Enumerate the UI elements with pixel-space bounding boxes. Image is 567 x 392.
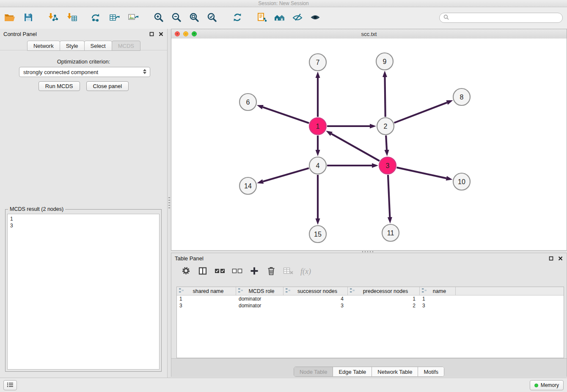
table-row[interactable]: 3 dominator 3 2 3 [177,302,564,309]
column-header-successor-nodes[interactable]: successor nodes [284,287,348,295]
zoom-selected-icon [207,12,217,24]
new-column-button[interactable] [249,265,259,278]
graph-node-8[interactable]: 8 [453,88,470,105]
panel-selector-button[interactable] [3,380,17,390]
column-header-predecessor-nodes[interactable]: predecessor nodes [348,287,420,295]
node-table: shared name MCDS role successor nodes pr… [176,287,564,358]
tab-network-table[interactable]: Network Table [372,367,418,376]
graph-node-6[interactable]: 6 [239,94,256,110]
export-image-icon [128,12,139,24]
graph-node-9[interactable]: 9 [376,53,393,70]
table-mode-button[interactable] [181,265,191,278]
svg-text:15: 15 [314,231,322,238]
list-icon [7,382,14,389]
export-table-button[interactable] [108,11,121,26]
first-neighbors-button[interactable] [273,11,286,26]
svg-text:11: 11 [387,229,394,237]
columns-icon [198,267,207,276]
save-floppy-icon [23,12,33,24]
delete-columns-button[interactable] [266,265,276,278]
column-header-shared-name[interactable]: shared name [177,287,236,295]
sort-icon [350,288,355,294]
tab-style[interactable]: Style [60,41,85,51]
table-toolbar: f(x) [171,262,567,280]
open-folder-icon [4,13,15,23]
zoom-out-icon [171,12,182,24]
close-panel-icon[interactable] [558,256,563,261]
tab-edge-table[interactable]: Edge Table [333,367,372,376]
tab-select[interactable]: Select [84,41,112,51]
graph-node-11[interactable]: 11 [382,224,399,241]
table-panel-title: Table Panel [175,255,204,262]
new-network-from-selection-button[interactable] [90,11,102,26]
graph-node-4[interactable]: 4 [309,157,326,174]
open-file-button[interactable] [3,11,16,26]
control-panel-header: Control Panel [0,29,167,39]
save-session-button[interactable] [22,11,35,26]
criterion-select[interactable]: strongly connected component [19,67,150,77]
tab-node-table[interactable]: Node Table [294,367,333,376]
close-panel-icon[interactable] [158,31,164,37]
minimize-window-icon[interactable]: − [183,31,188,36]
search-field[interactable] [439,13,563,23]
zoom-selected-button[interactable] [206,11,218,26]
graph-node-10[interactable]: 10 [453,173,470,190]
tab-network[interactable]: Network [27,41,60,51]
fx-icon: f(x) [300,267,311,276]
tab-mcds[interactable]: MCDS [112,41,140,51]
eye-icon [310,12,321,24]
sort-icon [238,288,243,294]
graph-node-15[interactable]: 15 [309,226,326,243]
graph-node-2[interactable]: 2 [377,118,394,135]
mcds-result-title: MCDS result (2 nodes) [8,206,65,212]
table-row[interactable]: 1 dominator 4 1 1 [177,295,564,302]
table-header-row: shared name MCDS role successor nodes pr… [177,287,564,295]
copy-document-icon [257,12,267,24]
select-stepper-icon [143,69,146,74]
network-window-titlebar[interactable]: scc.txt × − + [171,29,567,39]
copy-view-button[interactable] [256,11,268,26]
houses-icon [274,12,286,24]
deselect-all-button[interactable] [232,265,242,278]
toggle-columns-button[interactable] [198,265,208,278]
export-image-button[interactable] [127,11,140,26]
sort-icon [421,288,427,294]
float-panel-icon[interactable] [548,256,554,261]
column-header-name[interactable]: name [420,287,456,295]
show-hide-button[interactable] [309,11,322,26]
svg-text:2: 2 [384,123,388,130]
refresh-view-button[interactable] [231,11,244,26]
memory-button[interactable]: Memory [530,380,564,390]
close-window-icon[interactable]: × [175,31,180,36]
graph-node-3[interactable]: 3 [379,157,396,174]
control-panel-title: Control Panel [3,31,37,37]
float-panel-icon[interactable] [149,31,154,37]
zoom-in-button[interactable] [152,11,165,26]
mcds-result-list[interactable]: 1 3 [7,214,160,370]
mcds-result-item: 3 [8,222,159,229]
graph-node-7[interactable]: 7 [309,54,326,71]
zoom-window-icon[interactable]: + [192,31,197,36]
sort-icon [285,288,291,294]
search-input[interactable] [451,14,562,22]
graphics-details-button[interactable] [291,11,304,26]
column-header-mcds-role[interactable]: MCDS role [236,287,284,295]
select-all-button[interactable] [215,265,225,278]
delete-table-button [283,265,294,278]
svg-text:6: 6 [246,99,250,106]
network-graph-canvas[interactable]: 7968124314101511 [171,39,567,250]
vertical-splitter[interactable] [168,29,171,378]
import-network-button[interactable] [47,11,59,26]
close-panel-button[interactable]: Close panel [86,81,129,91]
svg-text:8: 8 [460,94,464,101]
import-table-icon [66,12,77,24]
zoom-out-button[interactable] [170,11,183,26]
zoom-in-icon [154,12,164,24]
graph-node-14[interactable]: 14 [239,177,256,194]
zoom-fit-button[interactable] [188,11,201,26]
network-window-title: scc.txt [171,31,567,37]
tab-motifs[interactable]: Motifs [418,367,444,376]
graph-node-1[interactable]: 1 [309,118,326,135]
import-table-button[interactable] [65,11,78,26]
run-mcds-button[interactable]: Run MCDS [39,81,80,91]
